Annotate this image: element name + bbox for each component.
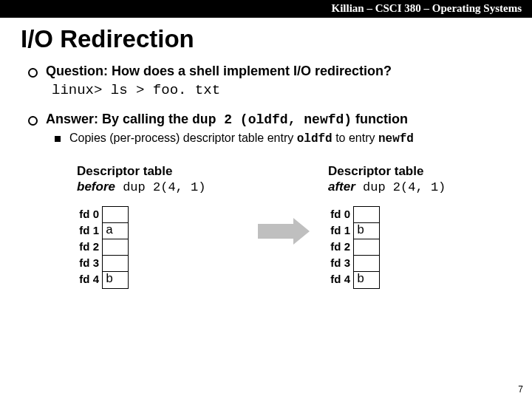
before-title-line1: Descriptor table (77, 164, 172, 178)
after-block: Descriptor table after dup 2(4, 1) fd 0 … (328, 163, 491, 289)
before-block: Descriptor table before dup 2(4, 1) fd 0… (77, 163, 239, 289)
after-title: Descriptor table after dup 2(4, 1) (328, 163, 491, 196)
fd-label: fd 1 (77, 222, 102, 239)
arrow-wrap (239, 163, 328, 245)
before-title-em: before (77, 180, 115, 194)
command-example: linux> ls > foo. txt (52, 82, 516, 98)
fd-cell: b (103, 272, 128, 288)
arrow-icon (258, 218, 310, 245)
fd-label: fd 0 (328, 206, 353, 222)
fd-cell (354, 239, 379, 256)
slide-content: Question: How does a shell implement I/O… (0, 64, 532, 289)
fd-cell: a (103, 223, 128, 239)
after-title-em: after (328, 180, 355, 194)
fd-label: fd 0 (77, 206, 102, 222)
copies-line: Copies (per-process) descriptor table en… (53, 132, 516, 146)
fd-cell (103, 239, 128, 256)
fd-cell (103, 256, 128, 272)
fd-label: fd 3 (328, 255, 353, 271)
fd-label: fd 4 (77, 271, 102, 287)
after-title-code: dup 2(4, 1) (355, 180, 446, 194)
after-table: fd 0 fd 1 fd 2 fd 3 fd 4 b b (328, 206, 491, 289)
fd-cell: b (354, 272, 379, 288)
answer-code: dup 2 (oldfd, newfd) (192, 112, 352, 127)
copies-mid: to entry (332, 132, 378, 144)
fd-cell (103, 207, 128, 223)
fd-cell: b (354, 223, 379, 239)
fd-label: fd 4 (328, 271, 353, 287)
fd-label: fd 1 (328, 222, 353, 239)
tables-row: Descriptor table before dup 2(4, 1) fd 0… (77, 163, 516, 289)
answer-line: Answer: By calling the dup 2 (oldfd, new… (46, 112, 516, 127)
fd-label: fd 3 (77, 255, 102, 271)
page-number: 7 (518, 384, 523, 395)
fd-label: fd 2 (77, 239, 102, 255)
copies-code1: oldfd (297, 132, 332, 146)
before-title: Descriptor table before dup 2(4, 1) (77, 163, 239, 196)
before-table: fd 0 fd 1 fd 2 fd 3 fd 4 a b (77, 206, 239, 289)
fd-cell (354, 256, 379, 272)
answer-prefix: Answer: By calling the (46, 112, 192, 126)
before-title-code: dup 2(4, 1) (115, 180, 205, 194)
copies-prefix: Copies (per-process) descriptor table en… (69, 132, 297, 144)
fd-label: fd 2 (328, 239, 353, 255)
fd-cell (354, 207, 379, 223)
copies-code2: newfd (378, 132, 414, 146)
answer-suffix: function (352, 112, 408, 126)
question-line: Question: How does a shell implement I/O… (46, 64, 516, 79)
slide-title: I/O Redirection (0, 18, 532, 58)
after-title-line1: Descriptor table (328, 164, 423, 178)
slide-header: Killian – CSCI 380 – Operating Systems (0, 0, 532, 18)
